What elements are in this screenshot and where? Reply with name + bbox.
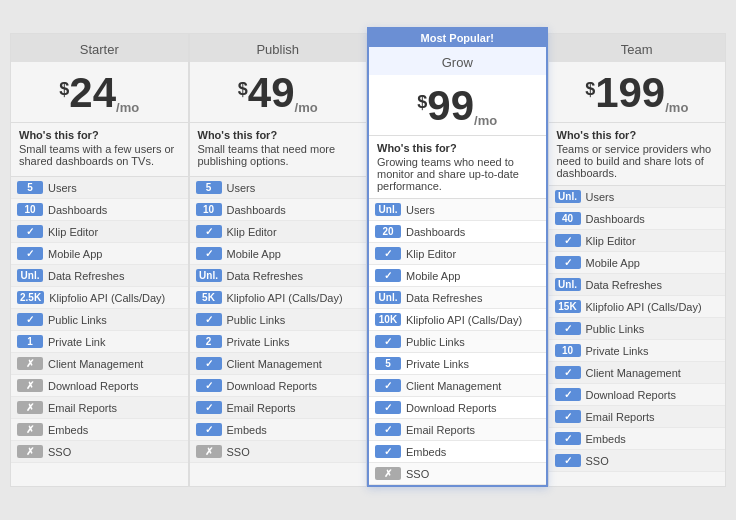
feature-badge: ✓ — [196, 423, 222, 436]
feature-badge: Unl. — [375, 291, 401, 304]
feature-badge: ✓ — [196, 379, 222, 392]
feature-name: Embeds — [586, 433, 626, 445]
feature-badge: 5 — [196, 181, 222, 194]
feature-name: Download Reports — [227, 380, 318, 392]
description-publish: Who's this for? Small teams that need mo… — [190, 123, 367, 177]
feature-name: SSO — [48, 446, 71, 458]
feature-name: Public Links — [48, 314, 107, 326]
plan-grow: Most Popular! Grow $99/mo Who's this for… — [367, 27, 548, 487]
feature-name: Client Management — [586, 367, 681, 379]
price-grow: $99/mo — [417, 82, 497, 129]
feature-name: Klip Editor — [586, 235, 636, 247]
feature-row: 5 Private Links — [369, 353, 546, 375]
description-team: Who's this for? Teams or service provide… — [549, 123, 726, 186]
feature-row: ✓ Klip Editor — [11, 221, 188, 243]
feature-row: ✓ Email Reports — [549, 406, 726, 428]
feature-badge: ✓ — [196, 401, 222, 414]
feature-name: Client Management — [227, 358, 322, 370]
feature-name: Client Management — [406, 380, 501, 392]
feature-row: ✓ Download Reports — [190, 375, 367, 397]
description-title-starter: Who's this for? — [19, 129, 180, 141]
feature-badge: ✓ — [555, 388, 581, 401]
feature-row: ✓ Mobile App — [11, 243, 188, 265]
plan-name-team: Team — [621, 42, 653, 57]
plan-header-starter: Starter — [11, 34, 188, 62]
feature-row: 40 Dashboards — [549, 208, 726, 230]
feature-badge: ✗ — [17, 357, 43, 370]
plan-header-team: Team — [549, 34, 726, 62]
feature-row: 5K Klipfolio API (Calls/Day) — [190, 287, 367, 309]
pricing-table: Starter $24/mo Who's this for? Small tea… — [10, 33, 726, 487]
feature-row: ✓ Public Links — [369, 331, 546, 353]
popular-badge: Most Popular! — [369, 29, 546, 47]
feature-badge: 10K — [375, 313, 401, 326]
feature-badge: ✗ — [375, 467, 401, 480]
price-row-team: $199/mo — [549, 62, 726, 123]
feature-badge: ✗ — [17, 445, 43, 458]
price-row-publish: $49/mo — [190, 62, 367, 123]
feature-name: Users — [406, 204, 435, 216]
feature-row: 10 Dashboards — [11, 199, 188, 221]
feature-name: Dashboards — [48, 204, 107, 216]
feature-badge: 5K — [196, 291, 222, 304]
description-grow: Who's this for? Growing teams who need t… — [369, 136, 546, 199]
feature-name: Embeds — [48, 424, 88, 436]
feature-name: Email Reports — [586, 411, 655, 423]
feature-name: Klip Editor — [406, 248, 456, 260]
feature-row: 20 Dashboards — [369, 221, 546, 243]
feature-badge: 40 — [555, 212, 581, 225]
feature-badge: ✓ — [196, 225, 222, 238]
feature-name: Private Links — [586, 345, 649, 357]
feature-badge: ✗ — [17, 379, 43, 392]
feature-name: Client Management — [48, 358, 143, 370]
feature-name: Klipfolio API (Calls/Day) — [227, 292, 343, 304]
feature-badge: 1 — [17, 335, 43, 348]
feature-badge: 15K — [555, 300, 581, 313]
feature-row: ✓ Embeds — [190, 419, 367, 441]
feature-badge: 5 — [375, 357, 401, 370]
feature-row: ✓ Client Management — [549, 362, 726, 384]
feature-name: Mobile App — [406, 270, 460, 282]
feature-row: ✓ Embeds — [549, 428, 726, 450]
feature-row: 10 Dashboards — [190, 199, 367, 221]
feature-badge: ✓ — [555, 432, 581, 445]
feature-row: ✗ Client Management — [11, 353, 188, 375]
feature-badge: Unl. — [555, 190, 581, 203]
plan-name-publish: Publish — [256, 42, 299, 57]
price-starter: $24/mo — [59, 69, 139, 116]
plan-publish: Publish $49/mo Who's this for? Small tea… — [189, 33, 368, 487]
feature-badge: ✓ — [375, 379, 401, 392]
feature-row: ✓ Mobile App — [369, 265, 546, 287]
feature-row: ✓ Email Reports — [369, 419, 546, 441]
feature-badge: Unl. — [555, 278, 581, 291]
feature-badge: ✓ — [375, 423, 401, 436]
feature-row: 1 Private Link — [11, 331, 188, 353]
price-row-starter: $24/mo — [11, 62, 188, 123]
feature-badge: ✓ — [555, 322, 581, 335]
feature-row: 10 Private Links — [549, 340, 726, 362]
price-row-grow: $99/mo — [369, 75, 546, 136]
feature-row: ✗ Embeds — [11, 419, 188, 441]
feature-row: 10K Klipfolio API (Calls/Day) — [369, 309, 546, 331]
feature-row: ✓ Public Links — [11, 309, 188, 331]
feature-row: ✓ Download Reports — [549, 384, 726, 406]
feature-badge: ✗ — [17, 401, 43, 414]
feature-row: ✓ SSO — [549, 450, 726, 472]
feature-name: Mobile App — [48, 248, 102, 260]
plan-name-starter: Starter — [80, 42, 119, 57]
feature-badge: 10 — [17, 203, 43, 216]
feature-badge: ✓ — [555, 410, 581, 423]
feature-badge: 2 — [196, 335, 222, 348]
feature-badge: 2.5K — [17, 291, 44, 304]
feature-name: Klipfolio API (Calls/Day) — [406, 314, 522, 326]
feature-name: Embeds — [406, 446, 446, 458]
feature-row: ✓ Download Reports — [369, 397, 546, 419]
feature-row: ✓ Public Links — [549, 318, 726, 340]
feature-name: Mobile App — [227, 248, 281, 260]
feature-name: Public Links — [586, 323, 645, 335]
plan-header-grow: Grow — [369, 47, 546, 75]
feature-row: ✗ SSO — [369, 463, 546, 485]
feature-badge: ✓ — [196, 313, 222, 326]
feature-row: ✓ Client Management — [190, 353, 367, 375]
feature-row: ✓ Klip Editor — [190, 221, 367, 243]
